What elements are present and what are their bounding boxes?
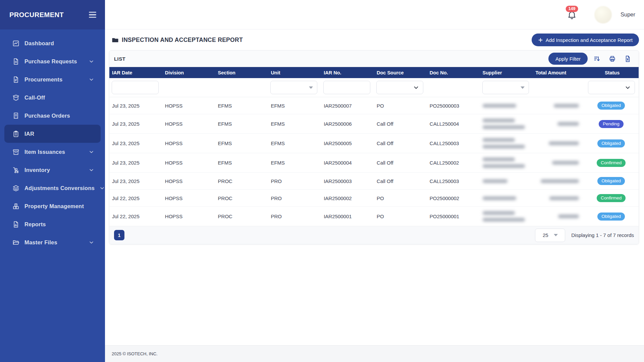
division-cell: HOPSS xyxy=(162,209,215,224)
sidebar-item-purchase-orders[interactable]: Purchase Orders xyxy=(4,107,101,125)
status-cell: Obligated xyxy=(586,173,639,189)
chevron-down-icon xyxy=(89,240,94,245)
table-row[interactable]: Jul 23, 2025HOPSSPROCPROIAR2500003Call O… xyxy=(109,173,639,190)
sort-amount-down-icon[interactable] xyxy=(590,52,603,65)
table-row[interactable]: Jul 23, 2025HOPSSEFMSEFMSIAR2500007POPO2… xyxy=(109,97,639,114)
topbar: 149 Super xyxy=(105,0,644,29)
box-archive-icon xyxy=(12,148,19,156)
sidebar-item-property-management[interactable]: Property Management xyxy=(4,197,101,215)
supplier-cell xyxy=(480,134,533,153)
app-title: PROCUREMENT xyxy=(9,11,64,19)
filter-status-select[interactable] xyxy=(588,81,635,94)
table-row[interactable]: Jul 22, 2025HOPSSPROCPROIAR2500001POPO25… xyxy=(109,207,639,226)
sidebar-item-master-files[interactable]: Master Files xyxy=(4,233,101,251)
pagination-bar: 1 25 Displaying 1 - 7 of 7 records xyxy=(109,226,639,244)
filter-supplier-select[interactable] xyxy=(482,81,529,94)
filter-iar-no-input[interactable] xyxy=(323,81,370,94)
unit-cell: PRO xyxy=(268,174,321,188)
chevron-down-icon xyxy=(89,149,94,155)
column-header-iar-date: IAR Date xyxy=(109,70,162,75)
redacted-amount-text xyxy=(554,104,579,108)
status-cell: Pending xyxy=(586,116,639,132)
apply-filter-button[interactable]: Apply Filter xyxy=(548,53,588,65)
avatar[interactable] xyxy=(594,6,612,23)
column-header-division: Division xyxy=(162,70,215,75)
table-row[interactable]: Jul 23, 2025HOPSSEFMSEFMSIAR2500004Call … xyxy=(109,153,639,173)
column-header-unit: Unit xyxy=(268,70,321,75)
file-lines-icon xyxy=(12,58,19,65)
sidebar-header: PROCUREMENT xyxy=(0,0,105,29)
plus-icon xyxy=(538,38,543,43)
sidebar-item-label: Item Issuances xyxy=(24,149,65,155)
iar-date-cell: Jul 22, 2025 xyxy=(109,191,162,205)
username[interactable]: Super xyxy=(621,11,635,18)
filter-doc-source-select[interactable] xyxy=(376,81,423,94)
redacted-amount-text xyxy=(549,196,579,200)
sidebar-item-procurements[interactable]: Procurements xyxy=(4,70,101,88)
triangle-down-icon xyxy=(309,86,313,89)
filter-cell-iar-no xyxy=(321,81,374,94)
sidebar-item-call-off[interactable]: Call-Off xyxy=(4,88,101,107)
sidebar-item-reports[interactable]: Reports xyxy=(4,215,101,233)
redacted-supplier-text xyxy=(483,104,516,108)
menu-toggle-icon[interactable] xyxy=(89,12,96,18)
add-iar-button[interactable]: Add Inspection and Acceptance Report xyxy=(532,34,639,46)
sidebar-item-inventory[interactable]: Inventory xyxy=(4,161,101,179)
iar-date-cell: Jul 22, 2025 xyxy=(109,209,162,224)
table-row[interactable]: Jul 22, 2025HOPSSPROCPROIAR2500002POPO25… xyxy=(109,190,639,207)
filter-unit-select[interactable] xyxy=(270,81,317,94)
redacted-supplier-text xyxy=(483,125,525,129)
supplier-cell xyxy=(480,175,533,187)
table-row[interactable]: Jul 23, 2025HOPSSEFMSEFMSIAR2500006Call … xyxy=(109,114,639,134)
redacted-supplier-text xyxy=(483,211,515,215)
sidebar-item-label: Inventory xyxy=(24,167,50,173)
main-area: 149 Super INSPECTION AND ACCEPTANCE REPO… xyxy=(105,0,644,362)
sidebar-item-purchase-requests[interactable]: Purchase Requests xyxy=(4,52,101,70)
filter-cell-iar-date xyxy=(109,81,162,94)
section-cell: EFMS xyxy=(215,117,268,131)
filter-iar-date-input[interactable] xyxy=(112,81,159,94)
notifications-button[interactable]: 149 xyxy=(567,10,577,20)
sidebar-item-label: Purchase Requests xyxy=(24,58,77,65)
table-header: IAR DateDivisionSectionUnitIAR No.Doc So… xyxy=(109,67,639,78)
redacted-amount-text xyxy=(557,122,579,126)
pagination-page-1-button[interactable]: 1 xyxy=(114,230,124,240)
status-badge: Obligated xyxy=(597,213,625,221)
table-row[interactable]: Jul 23, 2025HOPSSEFMSEFMSIAR2500005Call … xyxy=(109,134,639,153)
redacted-supplier-text xyxy=(483,138,515,142)
doc-source-cell: Call Off xyxy=(374,117,427,131)
notification-count-badge: 149 xyxy=(566,6,578,12)
redacted-supplier-text xyxy=(483,164,525,168)
footer: 2025 © ISOTECH, INC. xyxy=(105,345,644,362)
status-badge: Obligated xyxy=(597,177,625,185)
sidebar-item-adjustments-conversions[interactable]: Adjustments Conversions xyxy=(4,179,101,197)
boxes-stacked-icon xyxy=(12,203,19,210)
supplier-cell xyxy=(480,114,533,133)
file-excel-icon[interactable] xyxy=(621,52,634,65)
total-amount-cell xyxy=(533,157,586,169)
iar-no-cell: IAR2500004 xyxy=(321,156,374,170)
sidebar-item-label: Reports xyxy=(24,221,46,228)
print-icon[interactable] xyxy=(606,52,619,65)
iar-no-cell: IAR2500002 xyxy=(321,191,374,205)
doc-no-cell: PO25000003 xyxy=(427,99,480,113)
page-size-select[interactable]: 25 xyxy=(535,229,565,242)
sidebar-item-dashboard[interactable]: Dashboard xyxy=(4,34,101,52)
sidebar-nav: DashboardPurchase RequestsProcurementsCa… xyxy=(0,29,105,251)
doc-source-cell: Call Off xyxy=(374,174,427,188)
status-badge: Obligated xyxy=(597,102,625,110)
receipt-icon xyxy=(12,112,19,119)
file-report-icon xyxy=(12,221,19,228)
division-cell: HOPSS xyxy=(162,191,215,205)
section-cell: EFMS xyxy=(215,156,268,170)
total-amount-cell xyxy=(533,210,586,223)
sidebar-item-item-issuances[interactable]: Item Issuances xyxy=(4,143,101,161)
doc-no-cell: CALL250002 xyxy=(427,156,480,170)
division-cell: HOPSS xyxy=(162,117,215,131)
sidebar-item-iar[interactable]: IAR xyxy=(4,125,101,143)
division-cell: HOPSS xyxy=(162,136,215,150)
copyright: 2025 © ISOTECH, INC. xyxy=(112,351,158,356)
records-summary: Displaying 1 - 7 of 7 records xyxy=(571,232,634,238)
redacted-amount-text xyxy=(552,161,579,165)
list-card-toolbar: Apply Filter xyxy=(548,52,634,65)
